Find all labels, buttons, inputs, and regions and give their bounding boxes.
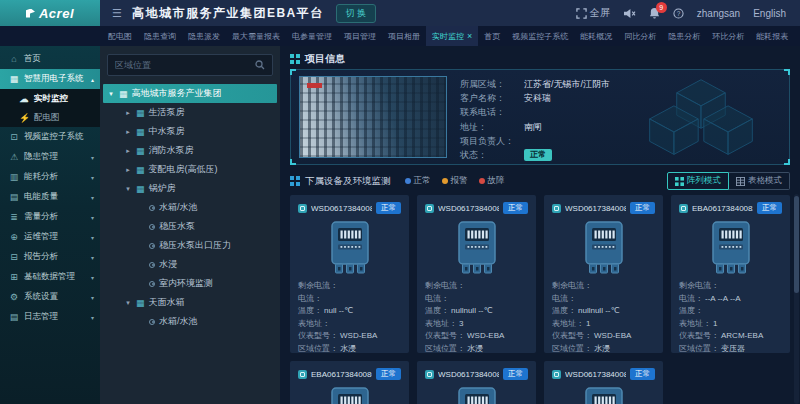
- tree-node-label: 中水泵房: [149, 125, 185, 138]
- sidebar-item[interactable]: ▤电能质量▾: [0, 187, 100, 207]
- field-value: WSD-EBA: [594, 331, 631, 340]
- sidebar-item[interactable]: ▥能耗分析▾: [0, 167, 100, 187]
- search-box[interactable]: [107, 54, 273, 76]
- tab-item[interactable]: 隐患分析: [662, 26, 706, 46]
- tree-node[interactable]: ▾▦天面水箱: [107, 293, 273, 312]
- tree-node-label: 消防水泵房: [149, 144, 194, 157]
- tab-item[interactable]: 能耗概况: [574, 26, 618, 46]
- tree-node[interactable]: 稳压水泵: [107, 217, 273, 236]
- device-icon: [552, 204, 561, 213]
- tree-node[interactable]: 室内环境监测: [107, 274, 273, 293]
- tab-label: 同比分析: [624, 31, 656, 42]
- device-field-row: 温度：: [679, 305, 782, 318]
- switch-project-button[interactable]: 切 换: [336, 4, 377, 23]
- device-card[interactable]: WSD06173840084 正常 剩余电流：电流：温度：nullnull --…: [417, 195, 536, 353]
- status-legend: 正常报警故障: [405, 175, 505, 187]
- tree-node[interactable]: ▸▦中水泵房: [107, 122, 273, 141]
- tree-node[interactable]: ▾▦锅炉房: [107, 179, 273, 198]
- username[interactable]: zhangsan: [697, 8, 740, 19]
- field-value: nullnull --℃: [578, 306, 619, 315]
- sidebar-item[interactable]: ⊕运维管理▾: [0, 227, 100, 247]
- tab-item[interactable]: 能耗预测: [794, 26, 800, 46]
- caret-down-icon[interactable]: ▾: [124, 299, 132, 307]
- device-card[interactable]: WSD06173840084 正常: [544, 361, 663, 404]
- tab-item[interactable]: 环比分析: [706, 26, 750, 46]
- caret-right-icon[interactable]: ▸: [124, 128, 132, 136]
- sidebar-item[interactable]: ⊟报告分析▾: [0, 247, 100, 267]
- sidebar-item[interactable]: ⊡视频监控子系统: [0, 127, 100, 147]
- close-icon[interactable]: ×: [467, 32, 472, 41]
- meter-device-icon: [578, 386, 630, 404]
- tree-node[interactable]: 稳压水泵出口压力: [107, 236, 273, 255]
- caret-down-icon[interactable]: ▾: [107, 90, 115, 98]
- help-button[interactable]: ?: [673, 8, 684, 19]
- meter-device-icon: [705, 220, 757, 276]
- tree-node[interactable]: 水浸: [107, 255, 273, 274]
- caret-right-icon[interactable]: ▸: [124, 147, 132, 155]
- field-value: 安科瑞: [524, 91, 551, 105]
- sidebar-item[interactable]: ☁实时监控: [0, 89, 100, 108]
- tree-node[interactable]: ▸▦生活泵房: [107, 103, 273, 122]
- device-card[interactable]: WSD06173840084 正常: [417, 361, 536, 404]
- tab-item[interactable]: 能耗报表: [750, 26, 794, 46]
- tab-item[interactable]: 项目管理: [338, 26, 382, 46]
- sidebar-item[interactable]: ▦智慧用电子系统▴: [0, 69, 100, 89]
- tab-label: 能耗概况: [580, 31, 612, 42]
- device-field-row: 表地址：: [298, 318, 401, 331]
- search-icon[interactable]: [255, 60, 265, 70]
- device-card[interactable]: EBA06173840082 正常 剩余电流：电流：--A --A --A温度：…: [671, 195, 790, 353]
- tab-item[interactable]: 实时监控×: [426, 26, 478, 46]
- sidebar-item[interactable]: ⚡配电图: [0, 108, 100, 127]
- tree-node[interactable]: ▸▦变配电房(高低压): [107, 160, 273, 179]
- device-card[interactable]: EBA06173840080 正常: [290, 361, 409, 404]
- tab-item[interactable]: 配电图: [102, 26, 138, 46]
- scrollbar-thumb[interactable]: [794, 196, 799, 293]
- video-monitor-icon: ⊡: [9, 132, 19, 142]
- caret-right-icon[interactable]: ▸: [124, 166, 132, 174]
- tab-item[interactable]: 视频监控子系统: [506, 26, 574, 46]
- fullscreen-button[interactable]: 全屏: [576, 6, 610, 20]
- legend-dot-icon: [405, 178, 411, 184]
- menu-toggle-icon[interactable]: ☰: [112, 7, 122, 20]
- sidebar-item[interactable]: ⚙系统设置▾: [0, 287, 100, 307]
- legend-label: 故障: [488, 175, 505, 187]
- devices-grid-icon: [290, 176, 300, 186]
- tab-item[interactable]: 同比分析: [618, 26, 662, 46]
- tree-node[interactable]: ▾▦高地城市服务产业集团: [103, 84, 277, 103]
- logo[interactable]: Acrel: [0, 0, 100, 26]
- tab-item[interactable]: 首页: [478, 26, 506, 46]
- tree-node[interactable]: ▸▦消防水泵房: [107, 141, 273, 160]
- tab-item[interactable]: 隐患查询: [138, 26, 182, 46]
- device-card[interactable]: WSD06173840081 正常 剩余电流：电流：温度：null --℃表地址…: [290, 195, 409, 353]
- chevron-down-icon: ▾: [91, 234, 94, 241]
- sidebar-item[interactable]: ≣需量分析▾: [0, 207, 100, 227]
- sidebar-item[interactable]: ⌂首页: [0, 49, 100, 69]
- sidebar-item[interactable]: ⚠隐患管理▾: [0, 147, 100, 167]
- notifications-button[interactable]: 9: [649, 7, 660, 19]
- search-input[interactable]: [115, 60, 251, 70]
- field-label: 仪表型号：: [679, 331, 719, 340]
- cube-watermark-icon: [631, 76, 771, 160]
- tab-item[interactable]: 项目相册: [382, 26, 426, 46]
- device-card[interactable]: WSD06173840084 正常 剩余电流：电流：温度：nullnull --…: [544, 195, 663, 353]
- grid-mode-button[interactable]: 阵列模式: [667, 172, 729, 190]
- tree-node[interactable]: 水箱/水池: [107, 198, 273, 217]
- mute-button[interactable]: [623, 8, 636, 19]
- project-info-panel: 所属区域：江苏省/无锡市/江阴市客户名称：安科瑞联系电话：地址：南闸项目负责人：…: [290, 69, 790, 165]
- tree-node[interactable]: 水箱/水池: [107, 312, 273, 331]
- table-mode-button[interactable]: 表格模式: [729, 172, 790, 190]
- caret-down-icon[interactable]: ▾: [124, 185, 132, 193]
- field-value: 南闸: [524, 120, 542, 134]
- tab-item[interactable]: 隐患派发: [182, 26, 226, 46]
- field-value: WSD-EBA: [340, 331, 377, 340]
- sidebar-item[interactable]: ▤日志管理▾: [0, 307, 100, 327]
- language-switch[interactable]: English: [753, 8, 786, 19]
- sidebar-item[interactable]: ⊞基础数据管理▾: [0, 267, 100, 287]
- tab-item[interactable]: 电参量管理: [286, 26, 338, 46]
- tab-item[interactable]: 最大需量报表: [226, 26, 286, 46]
- tree-node-label: 生活泵房: [149, 106, 185, 119]
- device-fields: 剩余电流：电流：--A --A --A温度：表地址：1仪表型号：ARCM-EBA…: [679, 280, 782, 355]
- scrollbar[interactable]: [794, 194, 799, 404]
- caret-right-icon[interactable]: ▸: [124, 109, 132, 117]
- device-id: WSD06173840084: [438, 204, 499, 213]
